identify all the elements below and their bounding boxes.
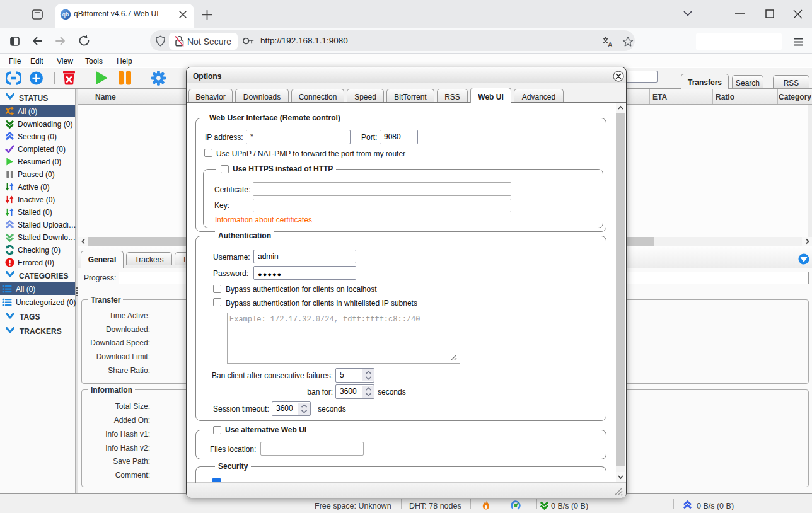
svg-text:A: A	[608, 41, 612, 48]
svg-text:qb: qb	[62, 11, 69, 18]
